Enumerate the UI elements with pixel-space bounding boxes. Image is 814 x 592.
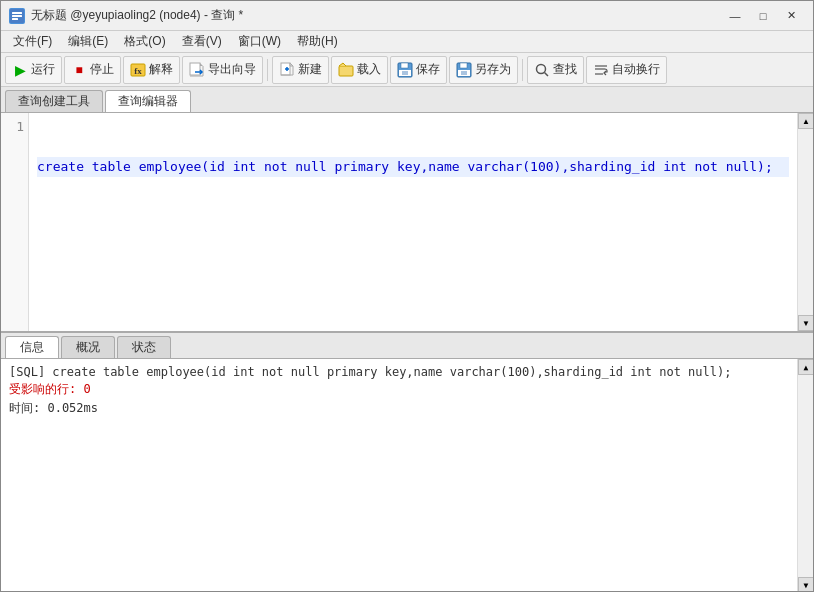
explain-button[interactable]: fx 解释 [123, 56, 180, 84]
svg-rect-25 [461, 71, 467, 75]
saveas-icon [456, 62, 472, 78]
bottom-content: [SQL] create table employee(id int not n… [1, 359, 813, 592]
svg-text:fx: fx [134, 66, 142, 76]
load-button[interactable]: 载入 [331, 56, 388, 84]
stop-label: 停止 [90, 61, 114, 78]
svg-rect-2 [12, 15, 22, 17]
main-container: 查询创建工具 查询编辑器 1 create table employee(id … [1, 87, 813, 592]
tab-status[interactable]: 状态 [117, 336, 171, 358]
separator-1 [267, 59, 268, 81]
stop-icon: ■ [71, 62, 87, 78]
svg-rect-3 [12, 18, 18, 20]
bottom-panel: 信息 概况 状态 [SQL] create table employee(id … [1, 333, 813, 592]
new-icon [279, 62, 295, 78]
menu-help[interactable]: 帮助(H) [289, 32, 346, 52]
new-label: 新建 [298, 61, 322, 78]
svg-marker-7 [200, 63, 203, 66]
scroll-track[interactable] [798, 129, 813, 315]
save-label: 保存 [416, 61, 440, 78]
export-icon [189, 62, 205, 78]
line-number-1: 1 [1, 117, 24, 137]
menu-file[interactable]: 文件(F) [5, 32, 60, 52]
menu-window[interactable]: 窗口(W) [230, 32, 289, 52]
time-line: 时间: 0.052ms [9, 400, 805, 417]
new-button[interactable]: 新建 [272, 56, 329, 84]
saveas-label: 另存为 [475, 61, 511, 78]
stop-button[interactable]: ■ 停止 [64, 56, 121, 84]
find-icon [534, 62, 550, 78]
tab-query-builder[interactable]: 查询创建工具 [5, 90, 103, 112]
sql-result-line: [SQL] create table employee(id int not n… [9, 365, 805, 379]
editor-area: 1 create table employee(id int not null … [1, 113, 813, 333]
tab-info[interactable]: 信息 [5, 336, 59, 358]
svg-point-26 [537, 64, 546, 73]
maximize-button[interactable]: □ [749, 5, 777, 27]
svg-rect-23 [460, 63, 467, 68]
menu-format[interactable]: 格式(O) [116, 32, 173, 52]
find-button[interactable]: 查找 [527, 56, 584, 84]
load-icon [338, 62, 354, 78]
svg-rect-21 [402, 71, 408, 75]
run-label: 运行 [31, 61, 55, 78]
explain-label: 解释 [149, 61, 173, 78]
menu-edit[interactable]: 编辑(E) [60, 32, 116, 52]
app-icon [9, 8, 25, 24]
export-button[interactable]: 导出向导 [182, 56, 263, 84]
scroll-down-arrow[interactable]: ▼ [798, 315, 813, 331]
affected-rows-line: 受影响的行: 0 [9, 381, 805, 398]
editor-line-1: create table employee(id int not null pr… [37, 157, 789, 177]
minimize-button[interactable]: — [721, 5, 749, 27]
svg-marker-12 [290, 63, 293, 66]
toolbar: ▶ 运行 ■ 停止 fx 解释 导出向导 [1, 53, 813, 87]
query-tabbar: 查询创建工具 查询编辑器 [1, 87, 813, 113]
window-controls: — □ ✕ [721, 5, 805, 27]
wordwrap-label: 自动换行 [612, 61, 660, 78]
svg-rect-19 [401, 63, 408, 68]
svg-rect-17 [339, 66, 353, 76]
titlebar-left: 无标题 @yeyupiaoling2 (node4) - 查询 * [9, 7, 243, 24]
editor-scrollbar[interactable]: ▲ ▼ [797, 113, 813, 331]
wordwrap-button[interactable]: 自动换行 [586, 56, 667, 84]
load-label: 载入 [357, 61, 381, 78]
run-icon: ▶ [12, 62, 28, 78]
svg-rect-6 [190, 63, 200, 75]
save-button[interactable]: 保存 [390, 56, 447, 84]
window-title: 无标题 @yeyupiaoling2 (node4) - 查询 * [31, 7, 243, 24]
bottom-scroll-up[interactable]: ▲ [798, 359, 813, 375]
separator-2 [522, 59, 523, 81]
find-label: 查找 [553, 61, 577, 78]
tab-overview[interactable]: 概况 [61, 336, 115, 358]
tab-query-editor[interactable]: 查询编辑器 [105, 90, 191, 112]
close-button[interactable]: ✕ [777, 5, 805, 27]
line-numbers: 1 [1, 113, 29, 331]
wordwrap-icon [593, 62, 609, 78]
scroll-up-arrow[interactable]: ▲ [798, 113, 813, 129]
svg-rect-1 [12, 12, 22, 14]
editor-content[interactable]: create table employee(id int not null pr… [29, 113, 797, 331]
titlebar: 无标题 @yeyupiaoling2 (node4) - 查询 * — □ ✕ [1, 1, 813, 31]
bottom-tabbar: 信息 概况 状态 [1, 333, 813, 359]
export-label: 导出向导 [208, 61, 256, 78]
bottom-scroll-track[interactable] [798, 375, 813, 577]
explain-icon: fx [130, 62, 146, 78]
saveas-button[interactable]: 另存为 [449, 56, 518, 84]
bottom-scroll-down[interactable]: ▼ [798, 577, 813, 592]
save-icon [397, 62, 413, 78]
bottom-scrollbar[interactable]: ▲ ▼ [797, 359, 813, 592]
svg-line-27 [545, 72, 549, 76]
menubar: 文件(F) 编辑(E) 格式(O) 查看(V) 窗口(W) 帮助(H) [1, 31, 813, 53]
menu-view[interactable]: 查看(V) [174, 32, 230, 52]
run-button[interactable]: ▶ 运行 [5, 56, 62, 84]
